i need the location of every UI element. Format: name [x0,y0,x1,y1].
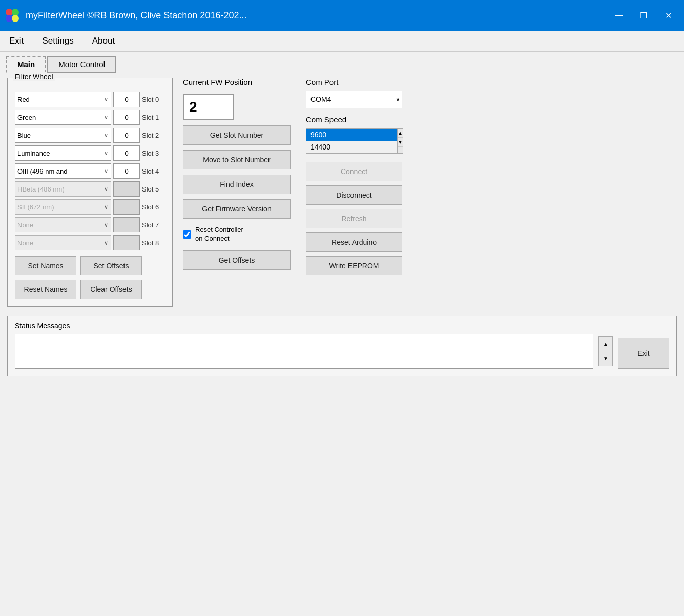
move-to-slot-button[interactable]: Move to Slot Number [183,150,291,169]
get-slot-number-button[interactable]: Get Slot Number [183,125,291,145]
filter-row-7: None ∨ Slot 7 [15,217,165,232]
refresh-button[interactable]: Refresh [306,209,402,228]
status-scrollbar: ▲ ▼ [598,336,613,366]
speed-scroll-up[interactable]: ▲ [398,129,403,138]
set-offsets-button[interactable]: Set Offsets [80,256,142,275]
disconnect-button[interactable]: Disconnect [306,185,402,205]
tab-bar: Main Motor Control [0,52,684,73]
slot5-filter-select[interactable]: HBeta (486 nm) [15,181,111,197]
slot8-filter-select[interactable]: None [15,235,111,250]
slot2-label: Slot 2 [142,132,165,139]
slot0-filter-select[interactable]: Red [15,92,111,107]
filter-row-0: Red ∨ Slot 0 [15,92,165,107]
slot1-select-wrapper: Green ∨ [15,110,111,125]
reset-arduino-button[interactable]: Reset Arduino [306,232,402,252]
status-scroll-up[interactable]: ▲ [599,337,612,351]
title-bar: myFilterWheel ©RB Brown, Clive Stachon 2… [0,0,684,31]
menu-about[interactable]: About [88,34,119,48]
filter-wheel-buttons-row2: Reset Names Clear Offsets [15,280,165,299]
slot0-select-wrapper: Red ∨ [15,92,111,107]
speed-14400[interactable]: 14400 [306,141,397,153]
main-content: Filter Wheel Red ∨ Slot 0 [0,73,684,381]
reset-controller-row: Reset Controlleron Connect [183,226,296,243]
tab-main[interactable]: Main [6,56,46,73]
fw-position-label: Current FW Position [183,78,296,87]
minimize-button[interactable]: — [607,5,631,26]
close-button[interactable]: ✕ [656,5,680,26]
restore-button[interactable]: ❐ [632,5,655,26]
filter-row-2: Blue ∨ Slot 2 [15,128,165,143]
filter-wheel-label: Filter Wheel [13,73,55,81]
slot4-select-wrapper: OIII (496 nm and ∨ [15,163,111,179]
app-icon [4,7,20,24]
filter-row-3: Luminance ∨ Slot 3 [15,145,165,161]
find-index-button[interactable]: Find Index [183,175,291,194]
com-select-wrapper: COM4 ∨ [306,91,403,108]
slot6-label: Slot 6 [142,203,165,211]
speed-scrollbar: ▲ ▼ [397,128,403,154]
speed-list-container: 9600 14400 ▲ ▼ [306,128,403,154]
slot7-select-wrapper: None ∨ [15,217,111,232]
svg-point-3 [12,15,19,22]
slot8-select-wrapper: None ∨ [15,235,111,250]
slot3-label: Slot 3 [142,150,165,157]
fw-position-panel: Current FW Position 2 Get Slot Number Mo… [183,78,296,270]
slot6-select-wrapper: SII (672 nm) ∨ [15,199,111,215]
connect-button[interactable]: Connect [306,162,402,181]
com-speed-label: Com Speed [306,115,403,124]
slot2-offset-input[interactable] [113,128,140,143]
slot3-filter-select[interactable]: Luminance [15,145,111,161]
menu-bar: Exit Settings About [0,31,684,52]
slot7-label: Slot 7 [142,221,165,229]
status-row: ▲ ▼ Exit [15,334,669,369]
status-messages-label: Status Messages [15,322,669,330]
status-textarea[interactable] [15,334,593,369]
slot5-offset-input[interactable] [113,181,140,197]
exit-button[interactable]: Exit [618,338,669,369]
slot4-filter-select[interactable]: OIII (496 nm and [15,163,111,179]
menu-settings[interactable]: Settings [38,34,77,48]
com-port-panel: Com Port COM4 ∨ Com Speed 9600 14400 ▲ ▼ [306,78,403,275]
slot2-select-wrapper: Blue ∨ [15,128,111,143]
reset-controller-checkbox[interactable] [183,230,191,239]
write-eeprom-button[interactable]: Write EEPROM [306,256,402,275]
slot3-select-wrapper: Luminance ∨ [15,145,111,161]
svg-point-2 [6,15,13,22]
slot5-label: Slot 5 [142,185,165,193]
filter-row-1: Green ∨ Slot 1 [15,110,165,125]
speed-scroll-down[interactable]: ▼ [398,138,403,147]
slot1-filter-select[interactable]: Green [15,110,111,125]
get-firmware-button[interactable]: Get Firmware Version [183,199,291,219]
filter-rows: Red ∨ Slot 0 Green ∨ [15,92,165,252]
clear-offsets-button[interactable]: Clear Offsets [80,280,142,299]
slot1-offset-input[interactable] [113,110,140,125]
slot0-label: Slot 0 [142,96,165,103]
window-controls: — ❐ ✕ [607,5,680,26]
slot6-filter-select[interactable]: SII (672 nm) [15,199,111,215]
speed-9600[interactable]: 9600 [306,129,397,141]
slot7-offset-input[interactable] [113,217,140,232]
filter-wheel-group: Filter Wheel Red ∨ Slot 0 [7,78,173,307]
reset-names-button[interactable]: Reset Names [15,280,76,299]
svg-point-1 [12,9,19,16]
svg-point-0 [6,9,13,16]
com-port-select[interactable]: COM4 [306,91,402,108]
slot7-filter-select[interactable]: None [15,217,111,232]
tab-motor-control[interactable]: Motor Control [47,56,116,73]
slot4-offset-input[interactable] [113,163,140,179]
window-title: myFilterWheel ©RB Brown, Clive Stachon 2… [26,10,246,21]
status-scroll-down[interactable]: ▼ [599,351,612,366]
slot3-offset-input[interactable] [113,145,140,161]
reset-controller-label: Reset Controlleron Connect [195,226,243,243]
get-offsets-button[interactable]: Get Offsets [183,250,291,270]
slot8-offset-input[interactable] [113,235,140,250]
menu-exit[interactable]: Exit [5,34,28,48]
filter-row-5: HBeta (486 nm) ∨ Slot 5 [15,181,165,197]
slot6-offset-input[interactable] [113,199,140,215]
set-names-button[interactable]: Set Names [15,256,76,275]
filter-row-6: SII (672 nm) ∨ Slot 6 [15,199,165,215]
status-bar: Status Messages ▲ ▼ Exit [7,316,677,376]
filter-row-4: OIII (496 nm and ∨ Slot 4 [15,163,165,179]
slot2-filter-select[interactable]: Blue [15,128,111,143]
slot0-offset-input[interactable] [113,92,140,107]
